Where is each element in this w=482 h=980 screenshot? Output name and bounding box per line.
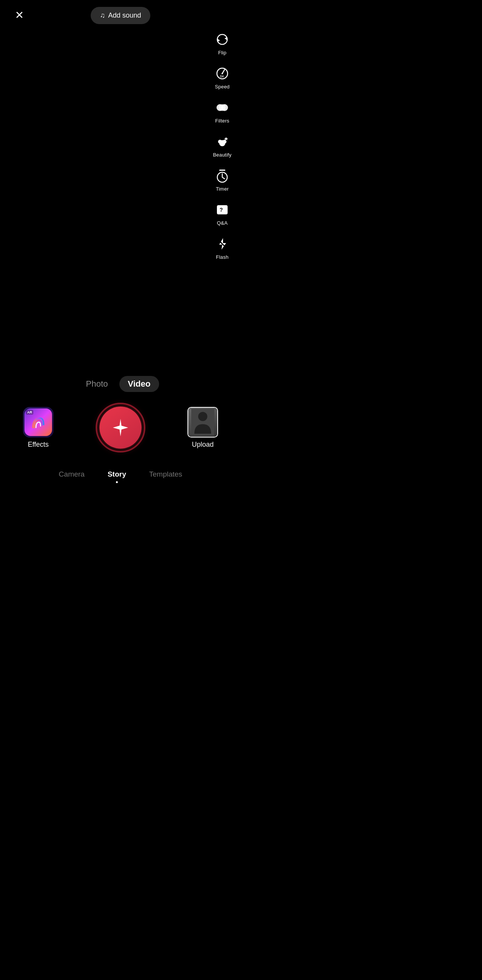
svg-marker-1: [217, 39, 220, 42]
nav-templates-label: Templates: [149, 470, 182, 479]
nav-camera[interactable]: Camera: [59, 470, 85, 479]
flash-icon: [215, 236, 230, 252]
photo-mode-button[interactable]: Photo: [82, 377, 112, 390]
upload-button[interactable]: Upload: [187, 407, 218, 449]
beautify-tool[interactable]: Beautify: [209, 129, 236, 162]
video-mode-button[interactable]: Video: [119, 376, 159, 392]
svg-point-10: [223, 140, 226, 144]
camera-controls: AR: [0, 403, 241, 452]
upload-thumbnail: [187, 407, 218, 438]
flip-label: Flip: [218, 50, 226, 56]
nav-templates[interactable]: Templates: [149, 470, 182, 479]
effects-button[interactable]: AR: [23, 407, 54, 449]
flash-tool[interactable]: Flash: [209, 231, 236, 264]
beautify-icon-wrap: [213, 133, 231, 150]
flip-icon: [215, 32, 230, 47]
bottom-area: Photo Video AR: [0, 376, 241, 490]
shutter-button[interactable]: [96, 403, 145, 452]
upload-label: Upload: [192, 441, 213, 449]
qa-icon-wrap: ?: [213, 201, 231, 219]
svg-text:3: 3: [220, 176, 222, 180]
speed-label: Speed: [215, 84, 230, 90]
svg-text:1x: 1x: [220, 74, 224, 78]
filters-tool[interactable]: Filters: [209, 95, 236, 127]
ar-badge: AR: [26, 410, 33, 415]
right-toolbar: Flip 1x Speed Filters: [209, 27, 236, 264]
timer-icon-wrap: 3: [213, 167, 231, 185]
photo-mode-label: Photo: [86, 379, 108, 389]
svg-point-18: [198, 412, 207, 421]
shutter-sparkle-icon: [110, 417, 131, 438]
nav-camera-label: Camera: [59, 470, 85, 479]
beautify-icon: [215, 134, 230, 149]
add-sound-button[interactable]: ♫ Add sound: [91, 7, 150, 24]
bottom-nav: Camera Story Templates: [0, 468, 241, 490]
flip-tool[interactable]: Flip: [209, 27, 236, 59]
close-icon: ✕: [15, 10, 24, 21]
qa-icon: ?: [215, 202, 230, 217]
svg-text:?: ?: [220, 207, 223, 213]
effects-icon-inner: AR: [24, 408, 52, 436]
effects-icon: AR: [23, 407, 54, 438]
flip-icon-wrap: [213, 31, 231, 48]
upload-thumb-image: [188, 408, 217, 437]
svg-rect-11: [219, 170, 225, 171]
filters-icon-wrap: [213, 99, 231, 116]
nav-active-dot: [116, 481, 118, 483]
nav-story[interactable]: Story: [107, 470, 126, 479]
upload-person-icon: [191, 409, 214, 436]
timer-label: Timer: [216, 186, 229, 192]
video-mode-label: Video: [128, 379, 151, 389]
flash-label: Flash: [216, 254, 229, 260]
shutter-inner: [99, 407, 142, 449]
nav-story-label: Story: [107, 470, 126, 479]
svg-point-7: [219, 104, 226, 111]
speed-icon-wrap: 1x: [213, 65, 231, 82]
effects-label: Effects: [28, 441, 49, 449]
timer-tool[interactable]: 3 Timer: [209, 163, 236, 196]
svg-marker-0: [225, 37, 227, 40]
filters-label: Filters: [215, 118, 230, 124]
filters-icon: [215, 100, 230, 115]
close-button[interactable]: ✕: [11, 7, 28, 24]
add-sound-label: Add sound: [108, 11, 141, 20]
timer-icon: 3: [215, 168, 230, 183]
shutter-wrap: [96, 403, 145, 452]
speed-tool[interactable]: 1x Speed: [209, 61, 236, 93]
effects-svg: [30, 414, 47, 431]
music-icon: ♫: [100, 11, 105, 20]
speed-icon: 1x: [215, 66, 230, 81]
beautify-label: Beautify: [213, 152, 232, 158]
top-bar: ✕ ♫ Add sound: [0, 0, 241, 31]
qa-label: Q&A: [217, 220, 228, 226]
qa-tool[interactable]: ? Q&A: [209, 197, 236, 230]
mode-selector: Photo Video: [0, 376, 241, 392]
flash-icon-wrap: [213, 235, 231, 253]
svg-point-9: [218, 140, 222, 144]
